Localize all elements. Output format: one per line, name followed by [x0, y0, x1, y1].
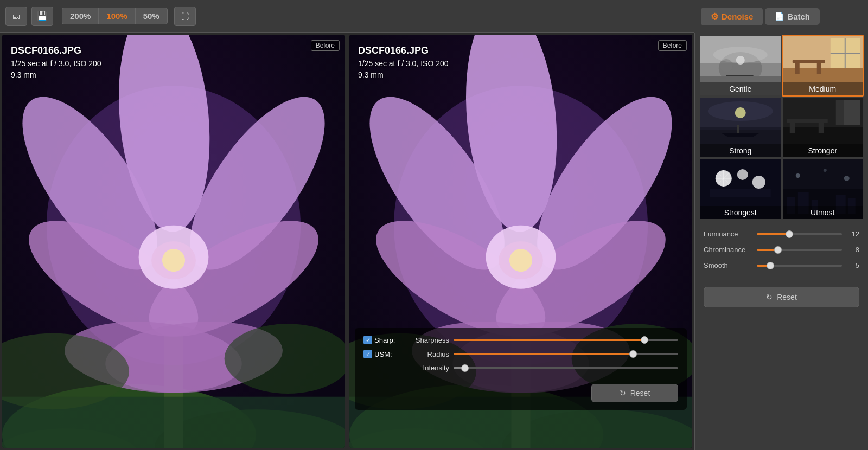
batch-tab[interactable]: 📄 Batch	[765, 8, 820, 25]
svg-point-74	[752, 176, 765, 189]
svg-rect-68	[787, 119, 827, 123]
intensity-slider[interactable]	[454, 367, 678, 369]
chrominance-value: 8	[846, 246, 859, 254]
controls-reset-label: Reset	[630, 389, 650, 397]
preset-strongest-label: Strongest	[700, 206, 781, 219]
right-image-info: DSCF0166.JPG 1/25 sec at f / 3.0, ISO 20…	[358, 43, 449, 81]
luminance-label: Luminance	[704, 230, 752, 238]
svg-point-84	[795, 173, 800, 178]
svg-point-44	[736, 56, 745, 65]
luminance-slider[interactable]	[757, 233, 842, 235]
right-exposure: 1/25 sec at f / 3.0, ISO 200	[358, 58, 449, 69]
controls-reset-button[interactable]: ↻ Reset	[591, 384, 678, 402]
open-icon: 🗂	[12, 11, 21, 21]
sharp-checkbox[interactable]: ✓ Sharp:	[363, 336, 407, 344]
smooth-thumb[interactable]	[767, 262, 774, 269]
svg-point-73	[737, 169, 748, 180]
zoom-200-button[interactable]: 200%	[62, 8, 99, 24]
denoise-tab-label: Denoise	[722, 12, 753, 21]
radius-fill	[454, 353, 633, 355]
preset-stronger-label: Stronger	[783, 144, 863, 157]
usm-label: USM:	[374, 350, 392, 358]
controls-overlay: ✓ Sharp: Sharpness ✓ USM:	[355, 328, 687, 410]
radius-slider[interactable]	[454, 353, 678, 355]
panel-sliders: Luminance 12 Chrominance 8 Smooth	[695, 224, 868, 282]
svg-rect-61	[737, 125, 739, 133]
smooth-label: Smooth	[704, 261, 752, 269]
right-filename: DSCF0166.JPG	[358, 43, 449, 58]
zoom-100-button[interactable]: 100%	[99, 8, 135, 24]
radius-label: Radius	[411, 350, 449, 358]
svg-point-15	[162, 249, 185, 272]
left-image-info: DSCF0166.JPG 1/25 sec at f / 3.0, ISO 20…	[11, 43, 101, 81]
svg-rect-82	[783, 159, 863, 189]
right-image-inner: Before DSCF0166.JPG 1/25 sec at f / 3.0,…	[349, 35, 692, 448]
preset-medium-label: Medium	[783, 82, 863, 95]
save-button[interactable]: 💾	[31, 7, 53, 26]
reset-container: ↻ Reset	[363, 377, 678, 402]
zoom-group: 200% 100% 50%	[62, 8, 168, 24]
sharp-check-box[interactable]: ✓	[363, 336, 372, 344]
fit-button[interactable]: ⛶	[174, 7, 196, 26]
left-before-badge: Before	[311, 40, 340, 51]
svg-point-85	[823, 169, 826, 172]
svg-point-34	[509, 249, 532, 272]
preset-stronger[interactable]: Stronger	[782, 97, 864, 158]
sharpness-thumb[interactable]	[641, 336, 648, 344]
preset-grid: Gentle	[695, 33, 868, 224]
preset-strong[interactable]: Strong	[699, 97, 782, 158]
sharp-label: Sharp:	[374, 336, 395, 344]
preset-medium[interactable]: Medium	[782, 35, 864, 97]
luminance-thumb[interactable]	[786, 230, 793, 238]
page-icon: 📄	[775, 12, 784, 21]
usm-checkbox[interactable]: ✓ USM:	[363, 350, 407, 358]
svg-point-42	[720, 59, 733, 72]
preset-strongest[interactable]: Strongest	[699, 158, 782, 220]
sharpness-label: Sharpness	[411, 336, 449, 344]
svg-point-86	[844, 176, 849, 181]
zoom-50-button[interactable]: 50%	[136, 8, 167, 24]
usm-check-box[interactable]: ✓	[363, 350, 372, 358]
smooth-row: Smooth 5	[704, 261, 859, 269]
luminance-value: 12	[846, 230, 859, 238]
svg-marker-60	[721, 133, 760, 137]
left-focal: 9.3 mm	[11, 69, 101, 81]
save-icon: 💾	[37, 11, 48, 21]
chrominance-thumb[interactable]	[774, 246, 782, 254]
right-image-panel: Before DSCF0166.JPG 1/25 sec at f / 3.0,…	[349, 35, 692, 448]
left-exposure: 1/25 sec at f / 3.0, ISO 200	[11, 58, 101, 69]
smooth-slider[interactable]	[757, 265, 842, 267]
reset-icon: ↻	[620, 389, 626, 397]
chrominance-row: Chrominance 8	[704, 246, 859, 254]
open-button[interactable]: 🗂	[5, 7, 27, 26]
right-before-badge: Before	[658, 40, 687, 51]
preset-strong-label: Strong	[700, 144, 781, 157]
preset-gentle-label: Gentle	[700, 82, 781, 95]
intensity-thumb[interactable]	[461, 364, 469, 372]
radius-row: ✓ USM: Radius	[363, 350, 678, 358]
svg-rect-67	[844, 100, 860, 125]
svg-rect-80	[710, 189, 771, 197]
sharpness-row: ✓ Sharp: Sharpness	[363, 336, 678, 344]
panel-reset-button[interactable]: ↻ Reset	[704, 287, 859, 307]
denoise-tab[interactable]: ⚙ Denoise	[701, 8, 763, 25]
right-focal: 9.3 mm	[358, 69, 449, 81]
luminance-fill	[757, 233, 789, 235]
intensity-row: Intensity	[363, 364, 678, 372]
preset-utmost[interactable]: Utmost	[782, 158, 864, 220]
svg-rect-70	[818, 123, 824, 133]
panel-reset-icon: ↻	[766, 293, 773, 301]
left-filename: DSCF0166.JPG	[11, 43, 101, 58]
preset-gentle[interactable]: Gentle	[699, 35, 782, 97]
preset-utmost-label: Utmost	[783, 206, 863, 219]
chrominance-slider[interactable]	[757, 249, 842, 251]
sharpness-slider[interactable]	[454, 339, 678, 341]
fit-icon: ⛶	[181, 12, 189, 21]
svg-rect-53	[795, 63, 799, 74]
left-image-inner: Before DSCF0166.JPG 1/25 sec at f / 3.0,…	[2, 35, 345, 448]
svg-rect-69	[789, 123, 795, 133]
left-lotus-image	[2, 35, 345, 448]
right-settings-panel: Gentle	[694, 33, 868, 450]
radius-thumb[interactable]	[629, 350, 637, 358]
left-image-panel: Before DSCF0166.JPG 1/25 sec at f / 3.0,…	[2, 35, 345, 448]
